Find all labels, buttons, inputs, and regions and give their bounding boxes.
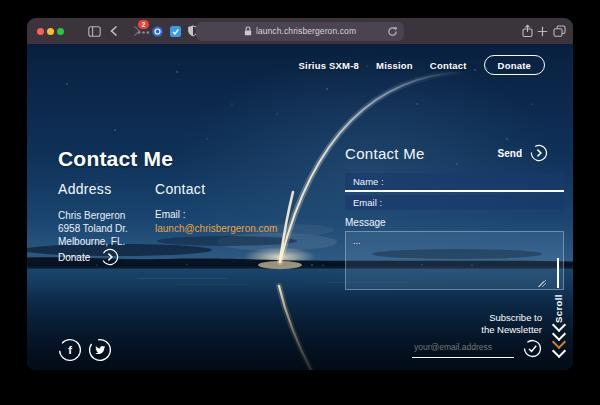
address-line: Chris Bergeron bbox=[58, 209, 155, 222]
donate-label: Donate bbox=[58, 252, 90, 263]
social-links: f bbox=[58, 338, 112, 362]
scroll-line bbox=[557, 258, 559, 288]
nav-link-mission[interactable]: Mission bbox=[376, 60, 413, 71]
lock-icon bbox=[244, 26, 252, 36]
tab-overview-icon[interactable] bbox=[553, 25, 566, 37]
browser-titlebar: 2 launch.chrisbergeron.com bbox=[27, 18, 573, 44]
newsletter-heading-line2: the Newsletter bbox=[412, 324, 542, 336]
site-navigation: Sirius SXM-8 Mission Contact Donate bbox=[299, 55, 545, 75]
message-wrap bbox=[345, 231, 548, 290]
donate-row: Donate bbox=[58, 248, 119, 266]
name-input[interactable] bbox=[345, 173, 564, 192]
address-column: Address Chris Bergeron 6958 Toland Dr. M… bbox=[58, 181, 155, 248]
newsletter-row bbox=[412, 339, 542, 358]
svg-text:f: f bbox=[68, 344, 72, 356]
webpage-content: Sirius SXM-8 Mission Contact Donate Cont… bbox=[27, 44, 573, 370]
newsletter-block: Subscribe to the Newsletter bbox=[412, 312, 542, 358]
nav-link-sirius-sxm8[interactable]: Sirius SXM-8 bbox=[299, 60, 359, 71]
message-label: Message bbox=[345, 217, 548, 228]
close-window-button[interactable] bbox=[37, 28, 44, 35]
browser-window: 2 launch.chrisbergeron.com bbox=[27, 18, 573, 370]
twitter-icon[interactable] bbox=[88, 338, 112, 362]
contact-info-columns: Address Chris Bergeron 6958 Toland Dr. M… bbox=[58, 181, 277, 248]
contact-column: Contact Email : launch@chrisbergeron.com bbox=[155, 181, 277, 248]
new-tab-icon[interactable] bbox=[537, 26, 548, 37]
contact-form: Contact Me Send Message bbox=[345, 144, 548, 290]
more-extensions-icon[interactable] bbox=[137, 30, 150, 35]
send-group: Send bbox=[498, 144, 548, 162]
newsletter-email-input[interactable] bbox=[412, 340, 514, 358]
address-line: 6958 Toland Dr. bbox=[58, 222, 155, 235]
newsletter-heading-line1: Subscribe to bbox=[412, 312, 542, 324]
email-link[interactable]: launch@chrisbergeron.com bbox=[155, 223, 277, 234]
message-textarea[interactable] bbox=[345, 231, 564, 290]
nav-link-contact[interactable]: Contact bbox=[430, 60, 467, 71]
reload-icon[interactable] bbox=[387, 26, 398, 37]
contact-heading: Contact bbox=[155, 181, 277, 197]
password-extension-icon[interactable] bbox=[152, 26, 163, 37]
minimize-window-button[interactable] bbox=[47, 28, 54, 35]
page-title: Contact Me bbox=[58, 147, 173, 171]
zoom-window-button[interactable] bbox=[57, 28, 64, 35]
facebook-icon[interactable]: f bbox=[58, 338, 82, 362]
blue-square-extension-icon[interactable] bbox=[170, 26, 181, 37]
url-text: launch.chrisbergeron.com bbox=[256, 26, 356, 36]
send-label: Send bbox=[498, 148, 522, 159]
address-line: Melbourne, FL. bbox=[58, 235, 155, 248]
form-title: Contact Me bbox=[345, 145, 425, 162]
back-button-icon[interactable] bbox=[109, 25, 119, 37]
email-label: Email : bbox=[155, 209, 277, 220]
sidebar-toggle-icon[interactable] bbox=[88, 26, 101, 37]
newsletter-submit-button[interactable] bbox=[523, 339, 542, 358]
share-icon[interactable] bbox=[521, 24, 534, 38]
nav-donate-button[interactable]: Donate bbox=[484, 55, 545, 75]
email-input[interactable] bbox=[345, 195, 564, 210]
address-heading: Address bbox=[58, 181, 155, 197]
address-bar[interactable]: launch.chrisbergeron.com bbox=[196, 22, 404, 41]
donate-arrow-button[interactable] bbox=[101, 248, 119, 266]
extension-badge-count: 2 bbox=[138, 20, 149, 29]
form-header: Contact Me Send bbox=[345, 144, 548, 162]
send-button[interactable] bbox=[530, 144, 548, 162]
